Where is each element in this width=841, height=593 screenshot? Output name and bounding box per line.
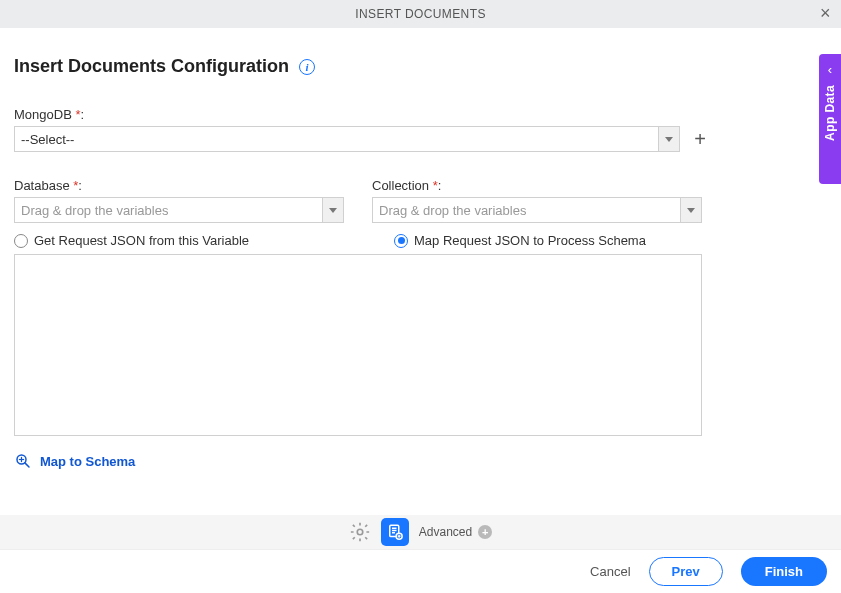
page-heading-row: Insert Documents Configuration i (14, 56, 827, 77)
finish-button[interactable]: Finish (741, 557, 827, 586)
radio-get-request-json[interactable]: Get Request JSON from this Variable (14, 233, 394, 248)
database-input[interactable] (14, 197, 322, 223)
plus-icon: + (478, 525, 492, 539)
schema-mapping-area[interactable] (14, 254, 702, 436)
gear-icon[interactable] (349, 521, 371, 543)
database-dropdown-button[interactable] (322, 197, 344, 223)
radio-icon (14, 234, 28, 248)
radio-map-request-json[interactable]: Map Request JSON to Process Schema (394, 233, 646, 248)
mongodb-label: MongoDB *: (14, 107, 827, 122)
chevron-down-icon (329, 208, 337, 213)
radio-map-request-json-label: Map Request JSON to Process Schema (414, 233, 646, 248)
dialog-title: INSERT DOCUMENTS (355, 7, 486, 21)
dialog-footer: Cancel Prev Finish (0, 549, 841, 593)
info-icon[interactable]: i (299, 59, 315, 75)
advanced-label: Advanced (419, 525, 472, 539)
mongodb-dropdown-button[interactable] (658, 126, 680, 152)
radio-get-request-json-label: Get Request JSON from this Variable (34, 233, 249, 248)
svg-point-4 (357, 529, 363, 535)
add-mongodb-button[interactable]: + (690, 129, 710, 149)
app-data-side-panel[interactable]: ‹ App Data (819, 54, 841, 184)
collection-dropdown-button[interactable] (680, 197, 702, 223)
bottom-toolbar: Advanced + (0, 515, 841, 549)
map-to-schema-label: Map to Schema (40, 454, 135, 469)
chevron-down-icon (665, 137, 673, 142)
collection-label: Collection *: (372, 178, 702, 193)
collection-input[interactable] (372, 197, 680, 223)
app-data-label: App Data (823, 85, 837, 141)
svg-line-1 (25, 463, 29, 467)
database-label: Database *: (14, 178, 344, 193)
dialog-titlebar: INSERT DOCUMENTS × (0, 0, 841, 28)
radio-icon (394, 234, 408, 248)
close-icon[interactable]: × (820, 4, 831, 22)
prev-button[interactable]: Prev (649, 557, 723, 586)
mongodb-input[interactable] (14, 126, 658, 152)
advanced-toggle[interactable]: Advanced + (419, 525, 492, 539)
map-to-schema-button[interactable]: Map to Schema (14, 452, 135, 470)
chevron-down-icon (687, 208, 695, 213)
collection-select[interactable] (372, 197, 702, 223)
chevron-left-icon: ‹ (828, 62, 832, 77)
page-title: Insert Documents Configuration (14, 56, 289, 77)
document-add-icon[interactable] (381, 518, 409, 546)
search-schema-icon (14, 452, 32, 470)
mongodb-select[interactable] (14, 126, 680, 152)
database-select[interactable] (14, 197, 344, 223)
cancel-button[interactable]: Cancel (590, 564, 630, 579)
